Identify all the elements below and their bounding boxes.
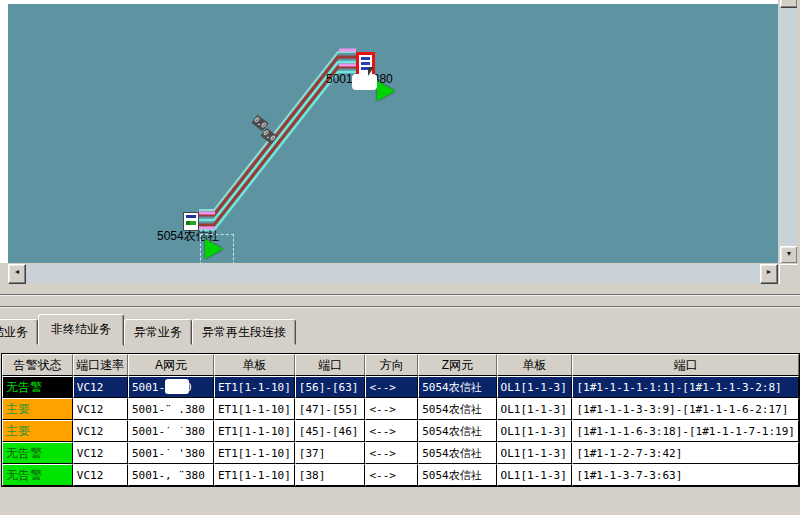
column-header[interactable]: Z网元 (418, 354, 496, 376)
table-cell[interactable]: 5054农信社 (418, 442, 496, 464)
alarm-status-cell[interactable]: 无告警 (2, 376, 73, 398)
cursor-arrow-icon (368, 67, 374, 76)
tab-3[interactable]: 异常再生段连接 (192, 319, 296, 345)
white-hand-cursor-icon (352, 74, 377, 90)
column-header[interactable]: 单板 (497, 354, 573, 376)
service-table: 告警状态端口速率A网元单板端口方向Z网元单板端口 无告警VC125001- 38… (1, 353, 800, 487)
map-frame: 0,0 0,0 5001-380 5054农信社 (0, 0, 778, 263)
alarm-status-cell[interactable]: 主要 (2, 420, 73, 442)
table-cell[interactable]: 5001- 380 (128, 376, 214, 398)
table-cell[interactable]: [1#1-1-3-7-3:63] (572, 464, 799, 486)
table-row[interactable]: 主要VC125001-¨ .380ET1[1-1-10][47]-[55]<--… (2, 398, 799, 420)
table-cell[interactable]: [56]-[63] (295, 376, 366, 398)
redaction-blob (165, 379, 189, 394)
alarm-status-cell[interactable]: 无告警 (2, 442, 73, 464)
table-cell[interactable]: OL1[1-1-3] (497, 464, 573, 486)
table-row[interactable]: 无告警VC125001-, ¨380ET1[1-1-10][38]<-->505… (2, 464, 799, 486)
topology-trail[interactable]: 0,0 0,0 (8, 4, 778, 263)
scroll-down-button[interactable]: ▼ (780, 246, 797, 263)
panel-top-highlight (0, 307, 800, 308)
flow-arrow-icon-z (205, 239, 223, 259)
map-horizontal-scrollbar[interactable]: ◄ ► (8, 264, 779, 283)
table-cell[interactable]: <--> (365, 376, 418, 398)
column-header[interactable]: 方向 (365, 354, 418, 376)
table-cell[interactable]: [1#1-1-1-3-3:9]-[1#1-1-1-6-2:17] (572, 398, 799, 420)
right-arrow-icon: ► (766, 268, 773, 275)
table-cell[interactable]: ET1[1-1-10] (214, 442, 295, 464)
svg-text:0,0: 0,0 (262, 129, 277, 143)
table-cell[interactable]: <--> (365, 398, 418, 420)
scroll-left-button[interactable]: ◄ (8, 264, 26, 284)
scrollbar-corner (779, 264, 798, 284)
tab-2[interactable]: 异常业务 (124, 319, 192, 345)
column-header[interactable]: 端口 (572, 354, 799, 376)
service-table-container: 告警状态端口速率A网元单板端口方向Z网元单板端口 无告警VC125001- 38… (1, 353, 800, 487)
left-arrow-icon: ◄ (14, 268, 21, 275)
up-arrow-icon: ▲ (786, 0, 793, 1)
table-cell[interactable]: OL1[1-1-3] (497, 442, 573, 464)
table-cell[interactable]: [38] (295, 464, 366, 486)
alarm-status-cell[interactable]: 无告警 (2, 464, 73, 486)
tab-0[interactable]: 终结业务 (0, 319, 38, 345)
splitter-highlight (0, 295, 800, 296)
table-cell[interactable]: VC12 (73, 464, 128, 486)
table-cell[interactable]: ET1[1-1-10] (214, 376, 295, 398)
table-cell[interactable]: ET1[1-1-10] (214, 398, 295, 420)
scroll-up-button[interactable]: ▲ (780, 0, 797, 8)
table-cell[interactable]: [37] (295, 442, 366, 464)
column-header[interactable]: A网元 (128, 354, 214, 376)
table-cell[interactable]: <--> (365, 464, 418, 486)
alarm-status-cell[interactable]: 主要 (2, 398, 73, 420)
table-cell[interactable]: OL1[1-1-3] (497, 420, 573, 442)
nms-window: 0,0 0,0 5001-380 5054农信社 (0, 0, 800, 515)
table-row[interactable]: 无告警VC125001- 380ET1[1-1-10][56]-[63]<-->… (2, 376, 799, 398)
table-cell[interactable]: [1#1-1-2-7-3:42] (572, 442, 799, 464)
table-cell[interactable]: 5001-¨ .380 (128, 398, 214, 420)
table-cell[interactable]: 5054农信社 (418, 420, 496, 442)
table-cell[interactable]: <--> (365, 442, 418, 464)
table-cell[interactable]: [1#1-1-1-6-3:18]-[1#1-1-1-7-1:19] (572, 420, 799, 442)
tab-1[interactable]: 非终结业务 (38, 314, 124, 346)
table-cell[interactable]: [1#1-1-1-1-1:1]-[1#1-1-1-3-2:8] (572, 376, 799, 398)
map-vertical-scrollbar[interactable]: ▲ ▼ (779, 0, 797, 263)
table-cell[interactable]: VC12 (73, 398, 128, 420)
column-header[interactable]: 告警状态 (2, 354, 73, 376)
table-cell[interactable]: 5001-˙ '380 (128, 442, 214, 464)
topology-map-canvas[interactable]: 0,0 0,0 5001-380 5054农信社 (8, 4, 778, 263)
column-header[interactable]: 端口速率 (73, 354, 128, 376)
table-cell[interactable]: [47]-[55] (295, 398, 366, 420)
table-cell[interactable]: OL1[1-1-3] (497, 376, 573, 398)
table-cell[interactable]: ET1[1-1-10] (214, 420, 295, 442)
table-cell[interactable]: VC12 (73, 420, 128, 442)
table-cell[interactable]: 5001-˙ ˙380 (128, 420, 214, 442)
table-cell[interactable]: 5054农信社 (418, 398, 496, 420)
table-row[interactable]: 主要VC125001-˙ ˙380ET1[1-1-10][45]-[46]<--… (2, 420, 799, 442)
table-header-row: 告警状态端口速率A网元单板端口方向Z网元单板端口 (2, 354, 799, 376)
table-cell[interactable]: 5054农信社 (418, 376, 496, 398)
table-row[interactable]: 无告警VC125001-˙ '380ET1[1-1-10][37]<-->505… (2, 442, 799, 464)
column-header[interactable]: 端口 (295, 354, 366, 376)
flow-arrow-icon-a (377, 81, 395, 101)
down-arrow-icon: ▼ (786, 250, 793, 257)
svg-text:0,0: 0,0 (253, 116, 268, 130)
scroll-right-button[interactable]: ► (760, 264, 778, 284)
table-cell[interactable]: VC12 (73, 376, 128, 398)
table-cell[interactable]: 5054农信社 (418, 464, 496, 486)
column-header[interactable]: 单板 (214, 354, 295, 376)
table-cell[interactable]: VC12 (73, 442, 128, 464)
table-cell[interactable]: [45]-[46] (295, 420, 366, 442)
table-cell[interactable]: ET1[1-1-10] (214, 464, 295, 486)
table-cell[interactable]: 5001-, ¨380 (128, 464, 214, 486)
table-cell[interactable]: <--> (365, 420, 418, 442)
service-tab-strip: 终结业务非终结业务异常业务异常再生段连接 (0, 314, 296, 346)
table-cell[interactable]: OL1[1-1-3] (497, 398, 573, 420)
